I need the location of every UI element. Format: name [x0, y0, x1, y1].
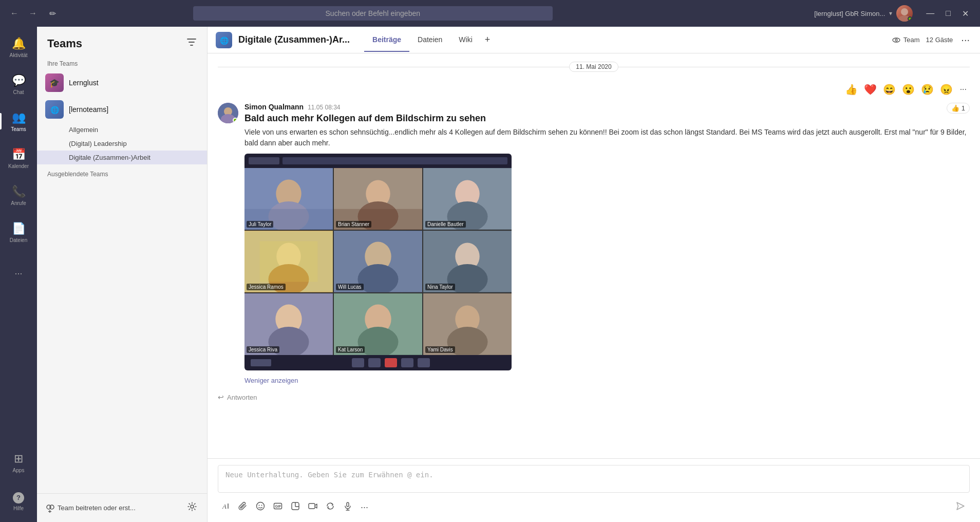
content-area: 🌐 Digitale (Zusammen-)Ar... Beiträge Dat…	[208, 27, 980, 522]
user-dropdown-icon[interactable]: ▾	[889, 10, 892, 17]
svg-point-12	[893, 38, 900, 42]
sticker-button[interactable]	[288, 499, 303, 515]
tab-wiki[interactable]: Wiki	[450, 28, 480, 52]
audio-icon	[343, 501, 352, 511]
audio-button[interactable]	[340, 499, 355, 515]
show-less-link[interactable]: Weniger anzeigen	[244, 377, 298, 384]
video-grid: Juli Taylor Brian Stanner	[244, 168, 512, 355]
avatar[interactable]	[896, 5, 913, 22]
top-bar-right: [lernglust] GbR Simon... ▾	[814, 5, 913, 22]
channel-digital-leadership[interactable]: (Digital) Leadership	[37, 137, 207, 151]
lernoteams-name: [lernoteams]	[69, 105, 181, 114]
attach-button[interactable]	[235, 499, 251, 515]
sidebar-item-dateien[interactable]: 📄 Dateien	[0, 214, 37, 251]
date-label: 11. Mai 2020	[569, 62, 618, 72]
channel-digitale-zusammenarbeit[interactable]: Digitale (Zusammen-)Arbeit	[37, 151, 207, 164]
close-button[interactable]: ✕	[957, 7, 974, 21]
settings-button[interactable]	[185, 500, 199, 516]
dateien-icon: 📄	[12, 222, 26, 235]
message-avatar-online	[233, 118, 238, 123]
message-header: Simon Qualmann 11.05 08:34	[244, 103, 970, 111]
video-name-2: Brian Stanner	[336, 221, 371, 228]
channel-allgemein[interactable]: Allgemein	[37, 123, 207, 137]
minimize-button[interactable]: —	[921, 7, 939, 21]
video-cell-5: Will Lucas	[334, 231, 422, 292]
messages-area[interactable]: 11. Mai 2020 👍 ❤️ 😄 😮 😢 😠 ···	[208, 53, 980, 458]
reaction-angry[interactable]: 😠	[938, 82, 955, 97]
reaction-heart[interactable]: ❤️	[862, 82, 879, 97]
sidebar-item-more[interactable]: ···	[0, 255, 37, 292]
like-count-badge[interactable]: 👍 1	[947, 103, 970, 114]
channel-logo: 🌐	[216, 32, 232, 48]
reaction-thumbsup[interactable]: 👍	[843, 82, 860, 97]
team-item-lernoteams[interactable]: 🌐 [lernoteams] ···	[37, 96, 207, 123]
dateien-label: Dateien	[10, 237, 27, 243]
channel-tabs: Beiträge Dateien Wiki +	[364, 28, 494, 52]
reply-bar[interactable]: ↩ Antworten	[208, 389, 980, 405]
loop-button[interactable]	[323, 499, 338, 515]
reaction-sad[interactable]: 😢	[919, 82, 936, 97]
more-icon: ···	[14, 268, 22, 279]
video-name-6: Nina Taylor	[425, 284, 455, 290]
tab-dateien[interactable]: Dateien	[409, 28, 450, 52]
message-container: Simon Qualmann 11.05 08:34 Bald auch meh…	[208, 99, 980, 389]
sidebar-item-aktivitat[interactable]: 🔔 Aktivität	[0, 29, 37, 66]
add-tab-button[interactable]: +	[481, 30, 495, 49]
date-separator: 11. Mai 2020	[208, 53, 980, 80]
emoji-button[interactable]	[253, 499, 268, 515]
meet-button[interactable]	[305, 499, 321, 515]
more-compose-options-button[interactable]: ···	[357, 500, 371, 515]
reply-label: Antworten	[227, 394, 257, 401]
sidebar-item-chat[interactable]: 💬 Chat	[0, 66, 37, 103]
hilfe-label: Hilfe	[13, 506, 24, 511]
svg-text:🌐: 🌐	[50, 106, 60, 115]
user-name[interactable]: [lernglust] GbR Simon...	[814, 10, 885, 17]
join-team-button[interactable]: Team beitreten oder erst...	[45, 504, 181, 513]
back-button[interactable]: ←	[6, 7, 23, 20]
tab-beitraege[interactable]: Beiträge	[364, 28, 409, 52]
send-button[interactable]	[951, 499, 970, 516]
chat-label: Chat	[13, 89, 24, 95]
maximize-button[interactable]: □	[940, 7, 956, 21]
video-cell-8: Kat Larson	[334, 293, 422, 355]
settings-icon	[187, 502, 197, 511]
team-item-lernglust[interactable]: 🎓 Lernglust ···	[37, 69, 207, 96]
more-compose-icon: ···	[361, 502, 368, 512]
chat-icon: 💬	[12, 74, 26, 87]
sidebar-item-teams[interactable]: 👥 Teams	[0, 103, 37, 140]
video-name-5: Will Lucas	[336, 284, 364, 290]
message-author: Simon Qualmann	[244, 103, 304, 111]
sidebar-item-kalender[interactable]: 📅 Kalender	[0, 140, 37, 177]
like-icon: 👍	[951, 104, 959, 112]
guests-count[interactable]: 12 Gäste	[926, 36, 953, 44]
compose-input[interactable]	[218, 465, 970, 493]
video-grid-image[interactable]: Juli Taylor Brian Stanner	[244, 154, 512, 370]
gif-button[interactable]: GIF	[270, 499, 286, 515]
team-badge[interactable]: Team	[892, 36, 920, 44]
channel-title: Digitale (Zusammen-)Ar...	[238, 34, 350, 45]
teams-footer: Team beitreten oder erst...	[37, 493, 207, 522]
channel-allgemein-label: Allgemein	[69, 126, 98, 134]
kalender-icon: 📅	[12, 148, 26, 161]
hilfe-icon: ?	[13, 492, 24, 504]
sidebar-item-hilfe[interactable]: ? Hilfe	[0, 483, 37, 520]
lernglust-name: Lernglust	[69, 79, 181, 87]
svg-text:🎓: 🎓	[49, 78, 60, 88]
sidebar-item-apps[interactable]: ⊞ Apps	[0, 444, 37, 481]
forward-button[interactable]: →	[25, 7, 41, 20]
channel-more-options-button[interactable]: ···	[959, 32, 972, 48]
channel-header: 🌐 Digitale (Zusammen-)Ar... Beiträge Dat…	[208, 27, 980, 53]
search-input[interactable]	[193, 6, 553, 21]
reaction-laugh[interactable]: 😄	[881, 82, 898, 97]
filter-button[interactable]	[184, 35, 199, 52]
video-cell-2: Brian Stanner	[334, 168, 422, 230]
team-view-label: Team	[903, 36, 920, 44]
apps-label: Apps	[13, 468, 25, 473]
svg-rect-56	[347, 502, 349, 507]
video-cell-3: Danielle Bautler	[423, 168, 512, 230]
format-button[interactable]: A	[218, 499, 233, 515]
more-reactions-button[interactable]: ···	[957, 84, 970, 95]
sidebar-item-anrufe[interactable]: 📞 Anrufe	[0, 177, 37, 214]
compose-button[interactable]: ✏	[45, 7, 60, 21]
reaction-surprised[interactable]: 😮	[900, 82, 917, 97]
